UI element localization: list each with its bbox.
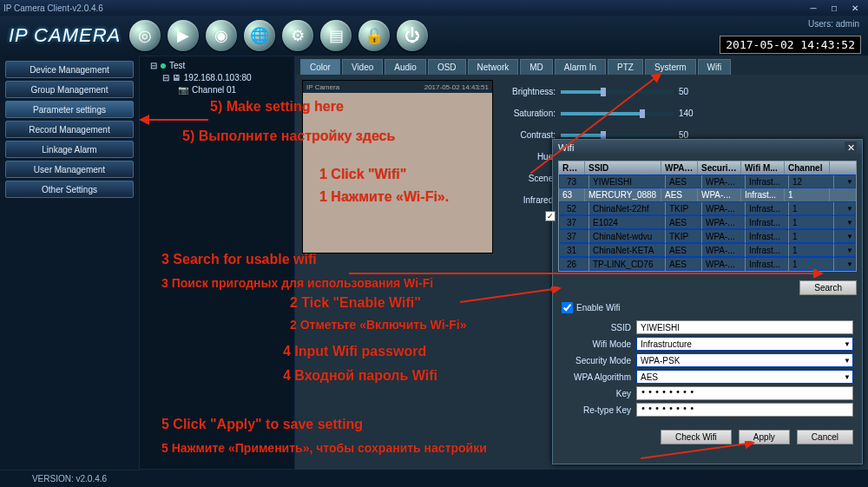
apply-button[interactable]: Apply [739, 430, 790, 444]
tree-root[interactable]: ⊟ Test [143, 60, 291, 72]
col-ssid[interactable]: SSID [585, 161, 661, 174]
sec-label: Security Mode [562, 356, 631, 365]
preview-ts: 2017-05-02 14:43:51 [424, 83, 489, 91]
sidebar: Device Management Group Management Param… [0, 56, 139, 470]
user-line: Users: admin [808, 19, 859, 29]
wifi-form: Enable Wifi SSID Wifi ModeInfrastructure… [553, 299, 862, 424]
wifi-table[interactable]: ✓ RSSI SSID WPA A... Securit... Wifi M..… [558, 161, 857, 272]
wifi-dialog-title: Wifi [558, 142, 574, 153]
cancel-button[interactable]: Cancel [797, 430, 853, 444]
cam-icon[interactable]: ◎ [129, 20, 161, 51]
maximize-button[interactable]: □ [825, 2, 844, 14]
sidebar-item-linkage[interactable]: Linkage Alarm [5, 141, 134, 158]
sidebar-item-device[interactable]: Device Management [5, 61, 134, 78]
wifi-dialog-header[interactable]: Wifi ✕ [553, 140, 862, 155]
toolbar-icons: ◎ ▶ ◉ 🌐 ⚙ ▤ 🔒 ⏻ [129, 20, 428, 51]
version-footer: VERSION: v2.0.4.6 [0, 470, 139, 487]
key-label: Key [562, 389, 631, 398]
tree-channel[interactable]: 📷 Channel 01 [143, 84, 291, 96]
gear-icon[interactable]: ⚙ [282, 20, 313, 51]
mode-select[interactable]: Infrastructure [636, 337, 853, 351]
play-icon[interactable]: ▶ [168, 20, 199, 51]
tab-wifi[interactable]: Wifi [698, 59, 732, 75]
tab-md[interactable]: MD [520, 59, 553, 75]
enable-wifi-checkbox[interactable] [562, 302, 573, 313]
wifi-row[interactable]: 73YIWEISHIAESWPA-...Infrast...12 [559, 174, 856, 188]
wifi-row[interactable]: 26TP-LINK_CD76AESWPA-...Infrast...1 [559, 257, 856, 271]
rekey-input[interactable]: •••••••• [636, 403, 853, 417]
wifi-row[interactable]: 37ChinaNet-wdvuTKIPWPA-...Infrast...1 [559, 229, 856, 243]
globe-icon[interactable]: 🌐 [244, 20, 275, 51]
tab-system[interactable]: Systerm [645, 59, 696, 75]
mode-label: Wifi Mode [562, 339, 631, 349]
wifi-row[interactable]: 52ChinaNet-22hfTKIPWPA-...Infrast...1 [559, 201, 856, 215]
tab-ptz[interactable]: PTZ [608, 59, 643, 75]
sidebar-item-other[interactable]: Other Settings [5, 181, 134, 198]
algo-select[interactable]: AES [636, 370, 853, 384]
header: IP CAMERA ◎ ▶ ◉ 🌐 ⚙ ▤ 🔒 ⏻ Users: admin 2… [0, 16, 868, 56]
titlebar: IP Camera Client-v2.0.4.6 ─ □ ✕ [0, 0, 868, 16]
saturation-slider[interactable] [561, 112, 674, 115]
tab-osd[interactable]: OSD [428, 59, 466, 75]
saturation-label: Saturation: [503, 109, 556, 118]
saturation-value: 140 [679, 109, 694, 118]
infrared-label: Infrared: [503, 195, 556, 205]
wifi-table-row-checkbox[interactable]: ✓ [545, 211, 556, 221]
check-wifi-button[interactable]: Check Wifi [661, 430, 732, 444]
tab-audio[interactable]: Audio [385, 59, 426, 75]
status-dot-icon [161, 63, 166, 69]
sec-select[interactable]: WPA-PSK [636, 353, 853, 367]
device-tree[interactable]: ⊟ Test ⊟ 🖥 192.168.0.103:80 📷 Channel 01 [139, 56, 295, 470]
sidebar-item-parameter[interactable]: Parameter settings [5, 101, 134, 118]
brightness-label: Brightness: [503, 87, 556, 96]
record-icon[interactable]: ◉ [206, 20, 237, 51]
main-panel: Color Video Audio OSD Network MD Alarm I… [295, 56, 868, 470]
col-sec[interactable]: Securit... [698, 161, 741, 174]
key-input[interactable]: •••••••• [636, 386, 853, 400]
tab-color[interactable]: Color [300, 59, 340, 75]
col-rssi[interactable]: RSSI [559, 161, 585, 174]
wifi-dialog: Wifi ✕ ✓ RSSI SSID WPA A... Securit... W… [552, 139, 863, 464]
logo-text: IP CAMERA [9, 24, 121, 47]
wifi-row[interactable]: 31ChinaNet-KETAAESWPA-...Infrast...1 [559, 243, 856, 257]
col-chan[interactable]: Channel [785, 161, 830, 174]
brightness-value: 50 [679, 87, 688, 96]
tab-network[interactable]: Network [468, 59, 519, 75]
wifi-row[interactable]: 37E1024AESWPA-...Infrast...1 [559, 215, 856, 229]
sidebar-item-user[interactable]: User Management [5, 161, 134, 178]
algo-label: WPA Algorithm [562, 372, 631, 382]
search-button[interactable]: Search [799, 280, 857, 295]
ssid-label: SSID [562, 323, 631, 332]
preview-frame: IP Camera 2017-05-02 14:43:51 [302, 80, 493, 253]
col-mode[interactable]: Wifi M... [741, 161, 785, 174]
hue-label: Hue: [503, 152, 556, 161]
minimize-button[interactable]: ─ [804, 2, 823, 14]
wifi-close-icon[interactable]: ✕ [845, 141, 857, 154]
enable-wifi-label: Enable Wifi [576, 303, 621, 313]
contrast-label: Contrast: [503, 130, 556, 140]
window-title: IP Camera Client-v2.0.4.6 [3, 3, 103, 13]
tab-alarm[interactable]: Alarm In [555, 59, 606, 75]
col-wpa[interactable]: WPA A... [661, 161, 698, 174]
scene-label: Scene: [503, 174, 556, 183]
brightness-slider[interactable] [561, 90, 674, 94]
clock: 2017-05-02 14:43:52 [720, 36, 861, 54]
rekey-label: Re-type Key [562, 405, 631, 415]
ssid-input[interactable] [636, 320, 853, 334]
tab-video[interactable]: Video [342, 59, 383, 75]
param-tabs: Color Video Audio OSD Network MD Alarm I… [295, 56, 868, 75]
sidebar-item-record[interactable]: Record Management [5, 121, 134, 138]
lock-icon[interactable]: 🔒 [358, 20, 390, 51]
power-icon[interactable]: ⏻ [397, 20, 428, 51]
contrast-slider[interactable] [561, 134, 674, 137]
sidebar-item-group[interactable]: Group Management [5, 81, 134, 98]
preview-name: IP Camera [306, 83, 339, 91]
tree-ip[interactable]: ⊟ 🖥 192.168.0.103:80 [143, 72, 291, 84]
log-icon[interactable]: ▤ [320, 20, 352, 51]
wifi-row[interactable]: 63MERCURY_0888AESWPA-...Infrast...1 [559, 188, 856, 201]
close-button[interactable]: ✕ [845, 2, 865, 14]
